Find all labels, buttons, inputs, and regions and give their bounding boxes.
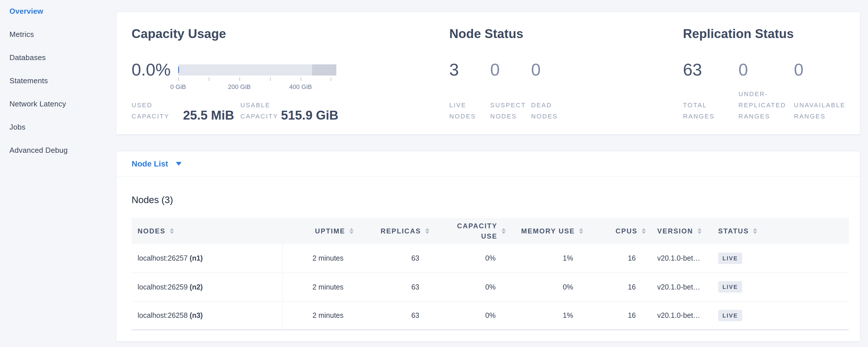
sidebar-item-statements[interactable]: Statements (9, 77, 112, 85)
usable-capacity-stat: USABLE CAPACITY 515.9 GiB (241, 99, 339, 122)
sidebar-item-databases[interactable]: Databases (9, 54, 112, 62)
total-ranges-label: TOTAL RANGES (683, 99, 739, 122)
sidebar-item-jobs[interactable]: Jobs (9, 123, 112, 131)
sidebar: Overview Metrics Databases Statements Ne… (0, 0, 112, 347)
suspect-nodes-label: SUSPECT NODES (490, 99, 531, 122)
cpus-cell: 16 (583, 244, 646, 273)
replication-status-title: Replication Status (683, 28, 860, 40)
usable-capacity-label-line2: CAPACITY (241, 111, 281, 122)
suspect-nodes-stat: 0 SUSPECT NODES (490, 61, 531, 122)
capacity-gauge: 0 GiB 200 GiB 400 GiB (178, 64, 336, 75)
memory-use-cell: 1% (506, 301, 583, 330)
cpus-cell: 16 (583, 301, 646, 330)
nodes-table-heading: Nodes (3) (131, 193, 849, 207)
capacity-used-percent: 0.0% (131, 61, 171, 79)
tick-label-400: 400 GiB (289, 83, 312, 91)
table-row[interactable]: localhost:26258 (n3) 2 minutes 63 0% 1% … (131, 301, 849, 330)
usable-capacity-label: USABLE CAPACITY (241, 99, 281, 122)
table-row[interactable]: localhost:26259 (n2) 2 minutes 63 0% 0% … (131, 273, 849, 301)
node-address-cell[interactable]: localhost:26258 (n3) (131, 301, 283, 330)
nodes-table-section: Nodes (3) NODES UPTIME (116, 177, 860, 341)
used-capacity-stat: USED CAPACITY 25.5 MiB (131, 99, 234, 122)
used-capacity-label: USED CAPACITY (131, 99, 183, 122)
version-cell: v20.1.0-bet… (646, 273, 710, 301)
node-name: (n2) (190, 283, 203, 291)
sidebar-item-advanced-debug[interactable]: Advanced Debug (9, 147, 112, 154)
capacity-gauge-ticks (178, 77, 336, 81)
replication-stats: 63 TOTAL RANGES 0 UNDER- REPLICATED RANG… (683, 61, 860, 122)
node-name: (n3) (190, 311, 203, 319)
total-ranges-stat: 63 TOTAL RANGES (683, 61, 739, 122)
dead-nodes-label: DEAD NODES (531, 99, 572, 122)
column-header-uptime[interactable]: UPTIME (283, 218, 353, 244)
uptime-cell: 2 minutes (283, 244, 353, 273)
sort-icon (425, 228, 429, 234)
sort-icon (502, 228, 506, 234)
capacity-use-cell: 0% (429, 273, 506, 301)
node-address: localhost:26259 (137, 283, 188, 291)
node-address-cell[interactable]: localhost:26257 (n1) (131, 244, 283, 273)
capacity-usage-section: Capacity Usage 0.0% (131, 28, 449, 122)
sort-icon (170, 228, 174, 234)
node-address-cell[interactable]: localhost:26259 (n2) (131, 273, 283, 301)
chevron-down-icon (176, 162, 182, 166)
capacity-stats: USED CAPACITY 25.5 MiB USABLE CAPACITY 5… (131, 99, 449, 122)
node-address: localhost:26257 (137, 254, 188, 262)
usable-capacity-value: 515.9 GiB (281, 109, 339, 122)
column-header-status[interactable]: STATUS (710, 218, 849, 244)
status-cell: LIVE (710, 244, 849, 273)
version-cell: v20.1.0-bet… (646, 244, 710, 273)
replicas-cell: 63 (353, 273, 429, 301)
memory-use-cell: 0% (506, 273, 583, 301)
sidebar-item-network-latency[interactable]: Network Latency (9, 100, 112, 108)
table-row[interactable]: localhost:26257 (n1) 2 minutes 63 0% 1% … (131, 244, 849, 273)
sidebar-item-overview[interactable]: Overview (9, 7, 112, 15)
nodes-table: NODES UPTIME REPLICAS (131, 218, 849, 330)
capacity-gauge-tick-labels: 0 GiB 200 GiB 400 GiB (178, 83, 336, 91)
capacity-gauge-used-marker (178, 67, 179, 73)
sort-icon (642, 228, 646, 234)
capacity-usage-title: Capacity Usage (131, 28, 449, 40)
sort-icon (698, 228, 702, 234)
sort-icon (579, 228, 583, 234)
tick-label-0: 0 GiB (170, 83, 186, 91)
uptime-cell: 2 minutes (283, 301, 353, 330)
status-cell: LIVE (710, 273, 849, 301)
column-header-capacity-use[interactable]: CAPACITY USE (429, 218, 506, 244)
version-cell: v20.1.0-bet… (646, 301, 710, 330)
uptime-cell: 2 minutes (283, 273, 353, 301)
live-nodes-value: 3 (449, 61, 490, 79)
usable-capacity-label-line1: USABLE (241, 99, 281, 111)
column-header-nodes[interactable]: NODES (131, 218, 283, 244)
node-list-dropdown-label: Node List (131, 159, 168, 168)
column-header-version[interactable]: VERSION (646, 218, 710, 244)
cluster-overview-card: Capacity Usage 0.0% (116, 12, 860, 134)
capacity-use-cell: 0% (429, 301, 506, 330)
node-list-dropdown[interactable]: Node List (116, 151, 860, 177)
capacity-gauge-track (178, 64, 336, 75)
replicas-cell: 63 (353, 244, 429, 273)
main-content: Capacity Usage 0.0% (116, 12, 860, 347)
under-replicated-ranges-stat: 0 UNDER- REPLICATED RANGES (739, 61, 794, 122)
unavailable-ranges-label: UNAVAILABLE RANGES (794, 99, 849, 122)
sort-icon (753, 228, 757, 234)
status-cell: LIVE (710, 301, 849, 330)
cpus-cell: 16 (583, 273, 646, 301)
node-status-title: Node Status (449, 28, 683, 40)
column-header-cpus[interactable]: CPUS (583, 218, 646, 244)
tick-label-200: 200 GiB (228, 83, 251, 91)
sidebar-item-metrics[interactable]: Metrics (9, 31, 112, 38)
capacity-gauge-row: 0.0% (131, 61, 449, 79)
node-list-card: Node List Nodes (3) NODES (116, 151, 860, 342)
node-status-stats: 3 LIVE NODES 0 SUSPECT NODES (449, 61, 683, 122)
column-header-memory-use[interactable]: MEMORY USE (506, 218, 583, 244)
page: Overview Metrics Databases Statements Ne… (0, 0, 868, 347)
capacity-use-cell: 0% (429, 244, 506, 273)
suspect-nodes-value: 0 (490, 61, 531, 79)
under-replicated-ranges-value: 0 (739, 61, 794, 79)
node-address: localhost:26258 (137, 311, 188, 319)
capacity-gauge-other-segment (312, 64, 336, 75)
column-header-replicas[interactable]: REPLICAS (353, 218, 429, 244)
node-name: (n1) (190, 254, 203, 262)
table-header-row: NODES UPTIME REPLICAS (131, 218, 849, 244)
